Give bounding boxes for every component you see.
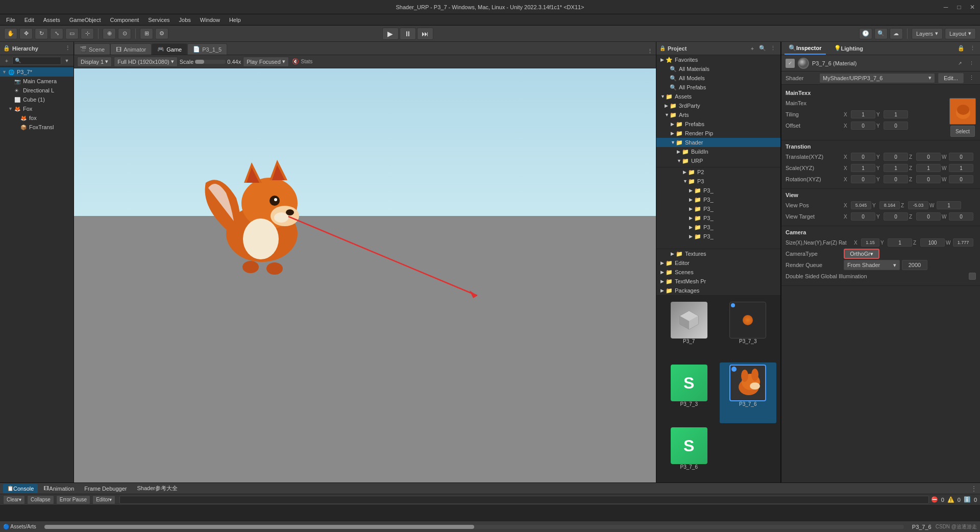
translate-w[interactable]: 0 <box>949 153 973 161</box>
material-settings-btn[interactable]: ⋮ <box>967 59 976 68</box>
tree-p3-sub3[interactable]: ▶ 📁 P3_ <box>656 204 780 213</box>
clear-btn[interactable]: Clear ▾ <box>3 495 25 504</box>
scale-y[interactable]: 1 <box>884 164 908 172</box>
tiling-y-input[interactable]: 1 <box>884 110 908 118</box>
hierarchy-add-btn[interactable]: + <box>2 56 11 65</box>
tree-scenes[interactable]: ▶ 📁 Scenes <box>656 268 780 277</box>
asset-p3_7_3a[interactable]: P3_7_3 <box>720 300 777 360</box>
hier-item-fox[interactable]: ▼ 🦊 Fox <box>0 104 74 113</box>
menu-jobs[interactable]: Jobs <box>175 16 195 24</box>
translate-y[interactable]: 0 <box>884 153 908 161</box>
viewpos-x[interactable]: 5.045 <box>851 201 871 209</box>
lighting-tab[interactable]: 💡 Lighting <box>830 42 867 55</box>
tree-p3-sub4[interactable]: ▶ 📁 P3_ <box>656 213 780 223</box>
rect-tool[interactable]: ▭ <box>65 28 79 39</box>
collapse-btn[interactable]: Collapse <box>27 495 54 504</box>
layers-dropdown[interactable]: Layers ▾ <box>912 28 943 39</box>
tab-menu-btn[interactable]: ⋮ <box>644 48 656 55</box>
menu-assets[interactable]: Assets <box>39 16 64 24</box>
display-dropdown[interactable]: Display 1 ▾ <box>77 57 112 67</box>
hier-item-maincamera[interactable]: 📷 Main Camera <box>0 77 74 86</box>
tree-all-materials[interactable]: 🔍 All Materials <box>656 64 780 74</box>
scale-z[interactable]: 1 <box>916 164 941 172</box>
mute-icon[interactable]: 🔇 <box>291 57 300 66</box>
console-menu-btn[interactable]: ⋮ <box>971 485 977 492</box>
tree-shader[interactable]: ▼ 📁 Shader <box>656 138 780 147</box>
asset-p3_7_6a[interactable]: P3_7_6 <box>720 362 777 423</box>
tree-3rdparty[interactable]: ▶ 📁 3rdParty <box>656 101 780 110</box>
doublesided-checkbox[interactable] <box>969 273 976 280</box>
tree-arts[interactable]: ▼ 📁 Arts <box>656 110 780 119</box>
hier-item-cube[interactable]: ⬜ Cube (1) <box>0 95 74 104</box>
cloud-btn[interactable]: ☁ <box>890 28 903 39</box>
project-search-btn[interactable]: 🔍 <box>758 44 767 53</box>
material-open-btn[interactable]: ↗ <box>955 59 965 68</box>
viewtarget-z[interactable]: 0 <box>916 212 941 221</box>
menu-window[interactable]: Window <box>196 16 224 24</box>
tree-all-models[interactable]: 🔍 All Models <box>656 74 780 83</box>
cameratype-dropdown[interactable]: OrthoGr ▾ <box>844 249 879 259</box>
asset-p3_7_6b[interactable]: S P3_7_6 <box>660 425 718 486</box>
tree-prefabs[interactable]: ▶ 📁 Prefabs <box>656 119 780 129</box>
tree-textmesh[interactable]: ▶ 📁 TextMesh Pr <box>656 277 780 286</box>
framedebugger-tab[interactable]: Frame Debugger <box>80 484 131 493</box>
select-btn[interactable]: Select <box>950 126 975 137</box>
project-menu-btn[interactable]: ⋮ <box>768 44 777 53</box>
tab-scene[interactable]: 🎬 Scene <box>74 43 110 55</box>
pause-button[interactable]: ⏸ <box>400 28 416 40</box>
camera-z[interactable]: 100 <box>920 238 945 247</box>
maximize-button[interactable]: □ <box>955 4 963 11</box>
search-btn[interactable]: 🔍 <box>874 28 888 39</box>
inspector-tab[interactable]: 🔍 Inspector <box>785 42 826 55</box>
menu-edit[interactable]: Edit <box>20 16 38 24</box>
renderqueue-type-dropdown[interactable]: From Shader ▾ <box>844 260 900 270</box>
material-checkbox[interactable]: ✓ <box>786 59 795 68</box>
move-tool[interactable]: ✥ <box>19 28 33 39</box>
scale-tool[interactable]: ⤡ <box>50 28 63 39</box>
animation-tab[interactable]: 🎞 Animation <box>40 484 78 493</box>
translate-z[interactable]: 0 <box>916 153 941 161</box>
scale-slider[interactable] <box>195 60 226 64</box>
tree-p3-sub2[interactable]: ▶ 📁 P3_ <box>656 195 780 204</box>
rotation-x[interactable]: 0 <box>851 175 875 183</box>
camera-y[interactable]: 1 <box>888 238 912 247</box>
shader-dropdown[interactable]: MyShader/URP/P3_7_6 ▾ <box>819 73 935 83</box>
menu-gameobject[interactable]: GameObject <box>65 16 105 24</box>
asset-p3_7_3b[interactable]: S P3_7_3 <box>660 362 718 423</box>
viewpos-y[interactable]: 8.164 <box>879 201 900 209</box>
console-search[interactable] <box>119 496 928 504</box>
tab-p3_1_5[interactable]: 📄 P3_1_5 <box>187 43 227 55</box>
hierarchy-filter-btn[interactable]: ▼ <box>62 56 71 65</box>
close-button[interactable]: ✕ <box>969 4 976 11</box>
resolution-dropdown[interactable]: Full HD (1920x1080) ▾ <box>114 57 178 67</box>
tab-game[interactable]: 🎮 Game <box>152 43 187 55</box>
menu-help[interactable]: Help <box>225 16 245 24</box>
hier-item-fox-child[interactable]: 🦊 fox <box>0 113 74 123</box>
tree-assets[interactable]: ▼ 📁 Assets <box>656 92 780 101</box>
viewpos-w[interactable]: 1 <box>937 201 961 209</box>
hierarchy-menu-icon[interactable]: ⋮ <box>65 45 70 52</box>
camera-x[interactable]: 1.15 <box>861 238 879 247</box>
pivot-btn[interactable]: ⊕ <box>103 28 116 39</box>
play-focused-dropdown[interactable]: Play Focused ▾ <box>243 57 289 67</box>
inspector-lock-btn[interactable]: 🔒 <box>957 44 966 53</box>
offset-x-input[interactable]: 0 <box>851 122 875 130</box>
layout-dropdown[interactable]: Layout ▾ <box>945 28 976 39</box>
editor-btn[interactable]: Editor ▾ <box>92 495 115 504</box>
viewtarget-x[interactable]: 0 <box>851 212 875 221</box>
rotate-tool[interactable]: ↻ <box>35 28 48 39</box>
zoom-slider[interactable] <box>44 525 904 529</box>
tree-renderpip[interactable]: ▶ 📁 Render Pip <box>656 129 780 138</box>
grid-btn[interactable]: ⊞ <box>140 28 153 39</box>
texture-thumbnail[interactable] <box>949 98 976 125</box>
history-btn[interactable]: 🕐 <box>859 28 872 39</box>
project-add-btn[interactable]: + <box>748 44 757 53</box>
rotation-w[interactable]: 0 <box>949 175 973 183</box>
play-button[interactable]: ▶ <box>382 28 399 40</box>
hierarchy-search[interactable]: 🔍 <box>12 57 61 65</box>
rotation-z[interactable]: 0 <box>916 175 941 183</box>
tree-urp[interactable]: ▼ 📁 URP <box>656 156 780 165</box>
minimize-button[interactable]: ─ <box>942 4 949 11</box>
scale-w[interactable]: 1 <box>949 164 973 172</box>
hier-item-foxtransl[interactable]: 📦 FoxTransl <box>0 123 74 132</box>
